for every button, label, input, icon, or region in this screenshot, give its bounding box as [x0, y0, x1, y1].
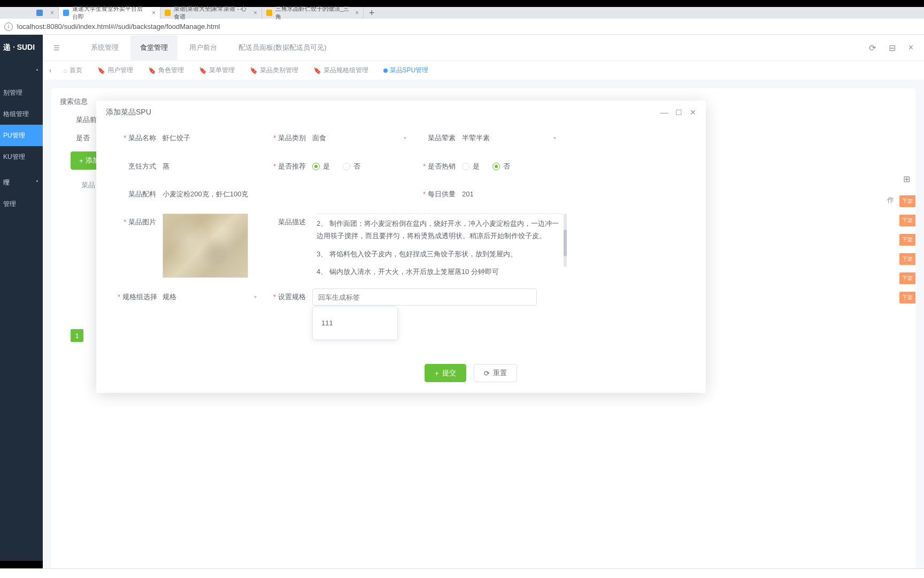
status-chip[interactable]: 下架 — [899, 234, 915, 246]
browser-tab[interactable]: 三角水晶虾仁饺子的做法_三角 × — [262, 7, 364, 19]
tab-spu-manage[interactable]: 菜品SPU管理 — [378, 64, 434, 77]
recommend-no-radio[interactable]: 否 — [343, 158, 360, 175]
tab-role-manage[interactable]: 🔖角色管理 — [143, 64, 189, 77]
modal-title: 添加菜品SPU — [106, 108, 151, 117]
minimize-icon[interactable]: — — [660, 108, 668, 117]
sidebar: 递 · SUDI ˄ 别管理 格组管理 PU管理 KU管理 理 ˅ 管理 — [0, 35, 43, 578]
name-input[interactable]: 虾仁饺子 — [163, 130, 267, 147]
submit-button[interactable]: + 提交 — [425, 364, 466, 382]
nav-canteen[interactable]: 食堂管理 — [130, 35, 178, 60]
reset-button[interactable]: ⟳ 重置 — [474, 364, 517, 382]
close-icon[interactable]: × — [355, 9, 359, 17]
tab-label: 三角水晶虾仁饺子的做法_三角 — [275, 5, 351, 21]
daily-input[interactable]: 201 — [462, 186, 567, 203]
sidebar-item-spec-group[interactable]: 格组管理 — [0, 103, 43, 125]
info-icon[interactable]: i — [4, 22, 13, 31]
cook-input[interactable]: 蒸 — [163, 158, 267, 175]
browser-tab[interactable]: 速递大学生食堂外卖平台后台即 × — [59, 7, 160, 19]
tab-menu-manage[interactable]: 🔖菜单管理 — [194, 64, 240, 77]
tab-spec-group[interactable]: 🔖菜品规格组管理 — [308, 64, 374, 77]
field-label-image: 菜品图片 — [118, 214, 163, 231]
set-spec-input[interactable] — [312, 288, 537, 306]
topbar: ☰ 系统管理 食堂管理 用户前台 配送员面板(数据配送员可见) ⟳ ⊟ × — [43, 35, 924, 60]
close-icon[interactable]: × — [152, 9, 156, 17]
close-icon[interactable]: × — [50, 9, 54, 17]
radio-label: 是 — [473, 158, 480, 175]
field-label-daily: 每日供量 — [417, 186, 462, 203]
radio-label: 否 — [503, 158, 510, 175]
select-value: 面食 — [312, 130, 326, 147]
status-chip[interactable]: 下架 — [899, 292, 915, 303]
sidebar-item-spu[interactable]: PU管理 — [0, 125, 43, 146]
hunsu-select[interactable]: 半荤半素 ▾ — [462, 130, 567, 147]
add-spu-modal: 添加菜品SPU — ☐ ✕ 菜品名称 虾仁饺子 菜品类别 面食 ▾ 菜品荤素 — [96, 101, 706, 393]
tab-home[interactable]: ⌂首页 — [58, 64, 87, 77]
tab-user-manage[interactable]: 🔖用户管理 — [92, 64, 138, 77]
status-chip[interactable]: 下架 — [899, 195, 915, 207]
url-text[interactable]: localhost:8080/sudi/index.html#//sudi/ba… — [17, 22, 220, 31]
maximize-icon[interactable]: ☐ — [675, 108, 682, 117]
status-chip[interactable]: 下架 — [899, 272, 915, 284]
field-label-name: 菜品名称 — [118, 130, 163, 147]
hot-yes-radio[interactable]: 是 — [462, 158, 480, 175]
nav-user-front[interactable]: 用户前台 — [180, 35, 227, 60]
close-icon[interactable]: ✕ — [690, 108, 696, 117]
sidebar-item-sku[interactable]: KU管理 — [0, 146, 43, 168]
close-icon[interactable]: × — [253, 9, 257, 17]
desc-line: 4、 锅内放入清水，开大火，水开后放上笼屉蒸10 分钟即可 — [317, 265, 563, 278]
tab-label: 菜品规格组管理 — [324, 66, 368, 75]
recommend-yes-radio[interactable]: 是 — [312, 158, 330, 175]
sidebar-item-label: 理 — [3, 178, 10, 187]
close-icon[interactable]: × — [908, 43, 913, 53]
status-chip[interactable]: 下架 — [899, 215, 915, 226]
minimize-icon[interactable]: ⊟ — [889, 43, 896, 53]
browser-tab[interactable]: × — [32, 7, 59, 19]
sidebar-item-manage[interactable]: 管理 — [0, 193, 43, 215]
new-tab-button[interactable]: + — [369, 7, 375, 19]
plus-icon: + — [435, 369, 439, 377]
sidebar-group[interactable]: 理 ˅ — [0, 172, 43, 193]
active-dot-icon — [383, 69, 388, 73]
tab-label: 速递大学生食堂外卖平台后台即 — [72, 5, 148, 21]
radio-label: 是 — [323, 158, 330, 175]
menu-icon[interactable]: ☰ — [53, 44, 60, 52]
scrollbar[interactable] — [564, 214, 567, 267]
tag-icon: 🔖 — [250, 67, 258, 74]
desc-line: 2、 制作面团：将小麦淀粉倒在盆内，烧好开水，冲入小麦淀粉盆内，一边冲一边用筷子… — [317, 217, 563, 242]
filter-label: 菜品前 — [76, 115, 97, 125]
nav-system[interactable]: 系统管理 — [81, 35, 128, 60]
category-select[interactable]: 面食 ▾ — [312, 130, 417, 147]
filter-label: 是否 — [76, 133, 90, 143]
page-number[interactable]: 1 — [71, 329, 83, 342]
spec-dropdown: 111 — [312, 307, 398, 340]
radio-label: 否 — [353, 158, 360, 175]
tab-label: 菜品类别管理 — [260, 66, 298, 75]
select-value: 规格 — [163, 288, 176, 306]
chevron-down-icon: ▾ — [404, 130, 406, 147]
grid-view-icon[interactable]: ⊞ — [903, 174, 910, 184]
description-textarea[interactable]: 2、 制作面团：将小麦淀粉倒在盆内，烧好开水，冲入小麦淀粉盆内，一边冲一边用筷子… — [312, 214, 567, 278]
browser-tab[interactable]: 菜谱|菜谱大全|家常菜谱 - 心食谱 × — [160, 7, 262, 19]
sidebar-group[interactable]: ˄ — [0, 60, 43, 82]
food-image-thumbnail[interactable] — [163, 214, 248, 278]
tag-icon: 🔖 — [199, 67, 207, 74]
dropdown-option[interactable]: 111 — [313, 311, 397, 335]
brand-logo: 递 · SUDI — [0, 35, 43, 60]
tab-label: 菜谱|菜谱大全|家常菜谱 - 心食谱 — [174, 5, 249, 21]
sidebar-item-category[interactable]: 别管理 — [0, 82, 43, 103]
ingredients-input[interactable]: 小麦淀粉200克，虾仁100克 — [163, 186, 417, 203]
field-label-hot: 是否热销 — [417, 158, 462, 175]
sub-tabs: ‹ ⌂首页 🔖用户管理 🔖角色管理 🔖菜单管理 🔖菜品类别管理 🔖菜品规格组管理… — [43, 60, 924, 80]
select-value: 半荤半素 — [462, 130, 490, 147]
field-label-hunsu: 菜品荤素 — [417, 130, 462, 147]
hot-no-radio[interactable]: 否 — [492, 158, 510, 175]
spec-group-select[interactable]: 规格 ▾ — [163, 288, 267, 306]
nav-delivery[interactable]: 配送员面板(数据配送员可见) — [229, 35, 336, 60]
field-label-set-spec: 设置规格 — [267, 288, 312, 306]
tab-label: 角色管理 — [158, 66, 184, 75]
refresh-icon[interactable]: ⟳ — [869, 43, 876, 53]
tab-food-category[interactable]: 🔖菜品类别管理 — [244, 64, 304, 77]
status-chip[interactable]: 下架 — [899, 253, 915, 265]
tag-icon: 🔖 — [148, 67, 156, 74]
scroll-left-icon[interactable]: ‹ — [47, 66, 53, 74]
